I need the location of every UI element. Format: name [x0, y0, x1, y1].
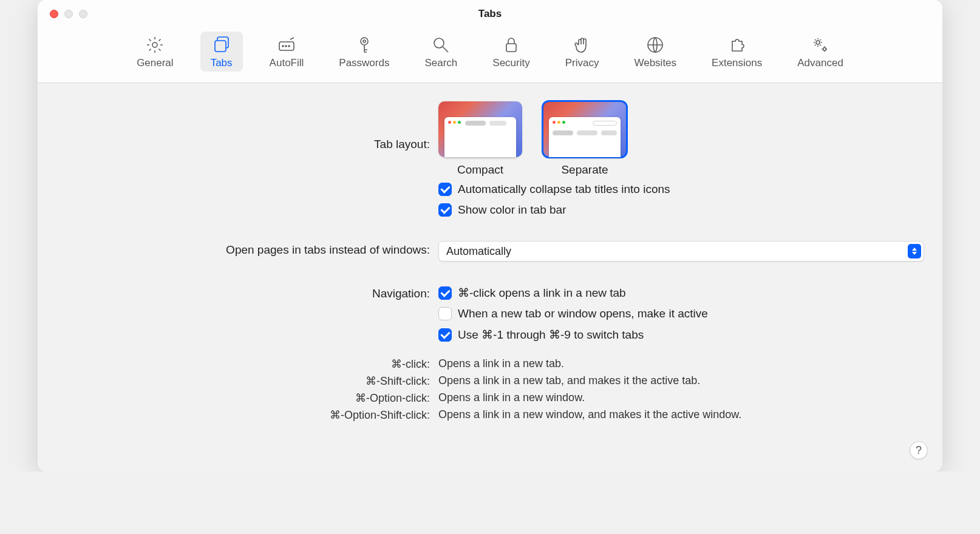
checkbox-icon [438, 183, 452, 196]
toolbar-label: Security [492, 57, 529, 69]
checkbox-label: ⌘-click opens a link in a new tab [458, 286, 626, 300]
toolbar-item-autofill[interactable]: AutoFill [261, 32, 313, 72]
tab-layout-choices: Compact Separate [438, 101, 924, 177]
checkbox-auto-collapse[interactable]: Automatically collapse tab titles into i… [438, 181, 924, 197]
toolbar-label: Tabs [211, 57, 233, 69]
shortcut-hints: ⌘-click: Opens a link in a new tab. ⌘-Sh… [56, 357, 924, 422]
gear-icon [145, 35, 165, 55]
autofill-icon [277, 35, 296, 55]
checkbox-show-color[interactable]: Show color in tab bar [438, 202, 924, 218]
hint-value: Opens a link in a new tab, and makes it … [438, 374, 924, 388]
row-tab-layout: Tab layout: Compact [56, 101, 924, 218]
preferences-window: Tabs General Tabs AutoFill Passwords Sea… [38, 0, 942, 471]
open-in-tabs-select[interactable]: Automatically [438, 241, 924, 262]
toolbar-label: AutoFill [270, 57, 304, 69]
checkbox-cmd-number[interactable]: Use ⌘-1 through ⌘-9 to switch tabs [438, 326, 924, 343]
tab-layout-option-separate[interactable]: Separate [543, 101, 627, 177]
checkbox-label: When a new tab or window opens, make it … [458, 307, 708, 320]
toolbar-label: Search [424, 57, 457, 69]
toolbar-label: Advanced [797, 57, 843, 69]
toolbar-item-passwords[interactable]: Passwords [330, 32, 398, 72]
toolbar-item-general[interactable]: General [128, 32, 182, 72]
hint-key: ⌘-Option-click: [56, 391, 438, 405]
preview-compact [438, 101, 522, 157]
close-window-button[interactable] [50, 10, 58, 18]
svg-point-3 [282, 46, 284, 47]
hint-key: ⌘-Shift-click: [56, 374, 438, 388]
preferences-toolbar: General Tabs AutoFill Passwords Search S… [38, 28, 942, 83]
svg-point-7 [363, 40, 366, 42]
gears-icon [811, 35, 830, 55]
checkbox-icon [438, 286, 452, 300]
svg-point-0 [152, 42, 157, 47]
toolbar-label: Passwords [339, 57, 389, 69]
checkbox-cmd-click[interactable]: ⌘-click opens a link in a new tab [438, 285, 924, 301]
minimize-window-button[interactable] [64, 10, 73, 18]
svg-point-4 [285, 46, 287, 47]
svg-point-11 [816, 41, 820, 44]
svg-rect-9 [506, 44, 516, 52]
zoom-window-button[interactable] [79, 10, 87, 18]
hint-value: Opens a link in a new window, and makes … [438, 408, 924, 422]
content-area: Tab layout: Compact [38, 83, 942, 471]
toolbar-item-extensions[interactable]: Extensions [703, 32, 771, 72]
row-navigation: Navigation: ⌘-click opens a link in a ne… [56, 285, 924, 343]
checkbox-icon [438, 328, 452, 342]
checkbox-label: Use ⌘-1 through ⌘-9 to switch tabs [458, 328, 644, 342]
toolbar-item-privacy[interactable]: Privacy [557, 32, 608, 72]
tab-layout-option-compact[interactable]: Compact [438, 101, 522, 177]
puzzle-icon [727, 35, 747, 55]
help-button[interactable]: ? [910, 441, 928, 459]
lock-icon [502, 35, 521, 55]
checkbox-make-active[interactable]: When a new tab or window opens, make it … [438, 306, 924, 322]
titlebar: Tabs [38, 0, 942, 28]
label-open-in-tabs: Open pages in tabs instead of windows: [56, 241, 438, 257]
checkbox-icon [438, 203, 452, 217]
globe-icon [645, 35, 665, 55]
toolbar-item-tabs[interactable]: Tabs [200, 32, 243, 72]
hint-key: ⌘-Option-Shift-click: [56, 408, 438, 422]
checkbox-label: Automatically collapse tab titles into i… [458, 183, 670, 196]
window-title: Tabs [478, 8, 502, 20]
checkbox-icon [438, 307, 452, 320]
row-open-in-tabs: Open pages in tabs instead of windows: A… [56, 241, 924, 262]
hint-value: Opens a link in a new window. [438, 391, 924, 405]
svg-point-5 [288, 46, 290, 47]
caption-compact: Compact [457, 163, 503, 177]
search-icon [431, 35, 451, 55]
svg-point-6 [361, 38, 368, 45]
toolbar-item-search[interactable]: Search [416, 32, 466, 72]
preview-separate [543, 101, 627, 157]
toolbar-item-security[interactable]: Security [484, 32, 538, 72]
label-navigation: Navigation: [56, 285, 438, 300]
hint-value: Opens a link in a new tab. [438, 357, 924, 371]
tabs-icon [212, 35, 231, 55]
toolbar-label: General [137, 57, 173, 69]
checkbox-label: Show color in tab bar [458, 203, 567, 217]
toolbar-label: Extensions [712, 57, 762, 69]
toolbar-label: Privacy [565, 57, 599, 69]
toolbar-label: Websites [634, 57, 676, 69]
label-tab-layout: Tab layout: [56, 101, 438, 151]
hand-icon [573, 35, 592, 55]
help-icon: ? [916, 444, 922, 457]
svg-rect-1 [215, 41, 226, 52]
traffic-lights [50, 10, 87, 18]
chevron-updown-icon [908, 244, 921, 259]
caption-separate: Separate [561, 163, 608, 177]
svg-point-12 [823, 48, 826, 51]
svg-point-8 [434, 38, 444, 48]
toolbar-item-advanced[interactable]: Advanced [789, 32, 852, 72]
key-icon [355, 35, 374, 55]
toolbar-item-websites[interactable]: Websites [625, 32, 685, 72]
hint-key: ⌘-click: [56, 357, 438, 371]
select-value: Automatically [446, 245, 511, 258]
